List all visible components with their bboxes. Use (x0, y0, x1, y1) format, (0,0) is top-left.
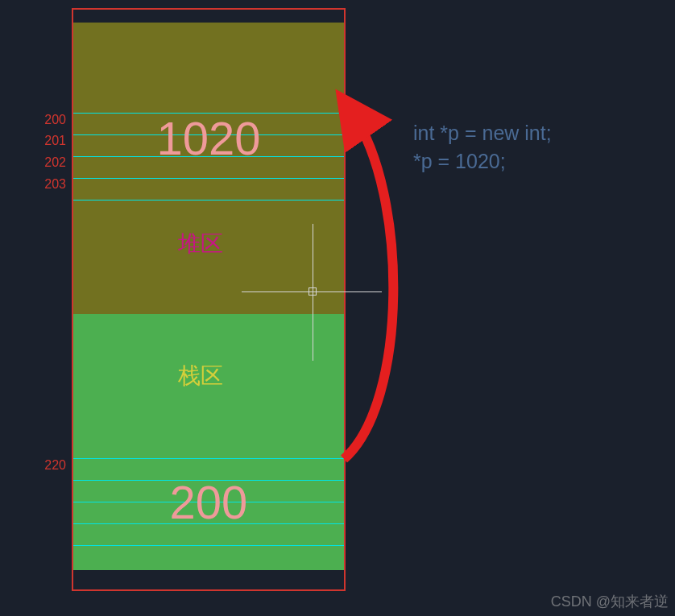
stack-address: 220 (44, 458, 66, 473)
stack-line (73, 545, 344, 546)
heap-address: 203 (44, 177, 66, 192)
pointer-arrow (300, 97, 420, 467)
heap-address: 201 (44, 134, 66, 148)
stack-label: 栈区 (178, 361, 223, 391)
heap-address: 202 (44, 155, 66, 170)
stack-value: 200 (73, 475, 344, 529)
heap-label: 堆区 (178, 229, 223, 259)
watermark: CSDN @知来者逆 (551, 592, 669, 611)
code-line-2: *p = 1020; (413, 150, 506, 173)
heap-address: 200 (44, 113, 66, 127)
code-line-1: int *p = new int; (413, 122, 552, 145)
